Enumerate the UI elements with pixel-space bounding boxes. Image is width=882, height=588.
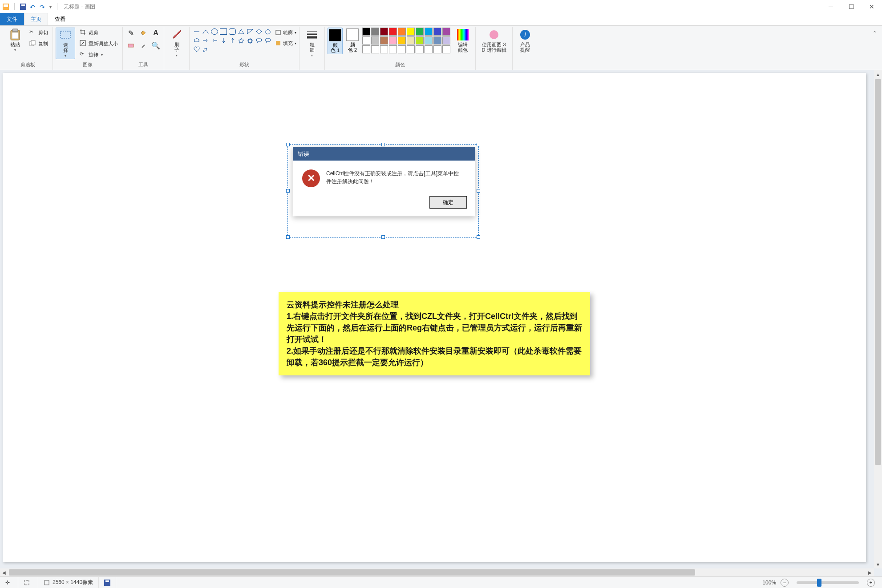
color-swatch[interactable] (407, 45, 415, 53)
color-swatch-row[interactable] (362, 45, 450, 53)
color-swatch[interactable] (442, 36, 450, 44)
color-swatch-row[interactable] (362, 28, 450, 36)
fill-tool[interactable] (138, 28, 149, 38)
color-swatch[interactable] (380, 45, 388, 53)
resize-button[interactable]: 重新调整大小 (78, 39, 120, 48)
group-stroke: 粗 细 ▾ (299, 27, 325, 70)
shapes-gallery[interactable] (192, 28, 272, 54)
brushes-button[interactable]: 刷 子 ▾ (167, 28, 186, 58)
cut-button[interactable]: ✂剪切 (28, 28, 50, 37)
color-swatch[interactable] (425, 45, 433, 53)
color-swatch[interactable] (416, 45, 424, 53)
tab-view[interactable]: 查看 (48, 13, 72, 25)
svg-marker-17 (239, 38, 244, 43)
color-swatch[interactable] (362, 36, 370, 44)
selection-handle[interactable] (286, 189, 290, 193)
scroll-thumb[interactable] (875, 79, 881, 465)
group-image: 选 择 ▾ 裁剪 重新调整大小 ⟳旋转▾ 图像 (53, 27, 123, 70)
pencil-tool[interactable]: ✎ (125, 28, 136, 38)
canvas[interactable]: 错误 ✕ CellCtrl控件没有正确安装或注册，请点击[工具]菜单中控件注册解… (3, 73, 866, 562)
minimize-button[interactable]: ─ (821, 0, 841, 13)
rotate-button[interactable]: ⟳旋转▾ (78, 50, 120, 60)
maximize-button[interactable]: ☐ (841, 0, 862, 13)
selection-handle[interactable] (381, 143, 385, 146)
zoom-out-button[interactable]: − (781, 579, 789, 587)
color1-button[interactable]: 颜 色 1 (328, 28, 343, 54)
shape-outline-button[interactable]: 轮廓▾ (275, 28, 296, 37)
ribbon: 粘贴 ▾ ✂剪切 复制 剪贴板 选 择 ▾ 裁剪 重新调整大小 ⟳旋转▾ 图像 (0, 26, 882, 70)
zoom-in-button[interactable]: + (867, 579, 875, 587)
color-swatch[interactable] (380, 28, 388, 36)
scroll-up-button[interactable]: ▲ (874, 70, 882, 78)
color-swatch[interactable] (362, 28, 370, 36)
canvas-viewport[interactable]: 错误 ✕ CellCtrl控件没有正确安装或注册，请点击[工具]菜单中控件注册解… (0, 70, 874, 568)
color-swatch[interactable] (433, 45, 441, 53)
shape-fill-button[interactable]: 填充▾ (275, 38, 296, 48)
undo-icon[interactable]: ↶ (30, 4, 36, 10)
color2-button[interactable]: 颜 色 2 (345, 28, 360, 53)
zoom-slider-knob[interactable] (817, 579, 821, 587)
color-swatch[interactable] (371, 28, 379, 36)
text-tool[interactable]: A (150, 28, 161, 38)
color-swatch[interactable] (433, 36, 441, 44)
select-button[interactable]: 选 择 ▾ (56, 28, 75, 59)
color-swatch[interactable] (398, 45, 406, 53)
color-swatch[interactable] (389, 28, 397, 36)
svg-marker-12 (239, 29, 244, 34)
tab-file[interactable]: 文件 (0, 13, 24, 25)
sticky-title: 云资料提示控件未注册怎么处理 (287, 299, 582, 310)
group-clipboard: 粘贴 ▾ ✂剪切 复制 剪贴板 (3, 27, 53, 70)
redo-icon[interactable]: ↷ (40, 4, 46, 10)
edit-colors-button[interactable]: 编辑 颜色 (453, 28, 473, 53)
magnifier-tool[interactable]: 🔍 (150, 40, 161, 51)
save-icon[interactable] (20, 4, 26, 10)
ribbon-collapse-button[interactable]: ⌃ (873, 27, 879, 70)
color-swatch[interactable] (442, 28, 450, 36)
dialog-ok-button: 确定 (429, 196, 467, 209)
qat-dropdown-icon[interactable]: ▾ (49, 4, 52, 9)
selection-handle[interactable] (286, 143, 290, 146)
horizontal-scrollbar[interactable]: ◀ ▶ (0, 568, 874, 576)
product-alert-button[interactable]: i 产品 提醒 (515, 28, 535, 53)
selection-handle[interactable] (286, 235, 290, 239)
selection-handle[interactable] (477, 143, 480, 146)
color-swatch[interactable] (407, 28, 415, 36)
eraser-tool[interactable] (125, 40, 136, 51)
color-swatch[interactable] (425, 28, 433, 36)
close-button[interactable]: ✕ (862, 0, 882, 13)
crop-button[interactable]: 裁剪 (78, 28, 120, 37)
scroll-down-button[interactable]: ▼ (874, 560, 882, 568)
vertical-scrollbar[interactable]: ▲ ▼ (874, 70, 882, 568)
picker-tool[interactable] (138, 40, 149, 51)
scroll-right-button[interactable]: ▶ (866, 568, 874, 576)
color-swatch[interactable] (362, 45, 370, 53)
color-swatch[interactable] (416, 28, 424, 36)
color-swatch[interactable] (380, 36, 388, 44)
selection-handle[interactable] (477, 189, 480, 193)
selection-handle[interactable] (381, 235, 385, 239)
color-swatch[interactable] (425, 36, 433, 44)
color-swatch[interactable] (389, 45, 397, 53)
paste-button[interactable]: 粘贴 ▾ (5, 28, 25, 53)
paint3d-button[interactable]: 使用画图 3 D 进行编辑 (478, 28, 510, 53)
color-swatch[interactable] (389, 36, 397, 44)
color-swatch[interactable] (416, 36, 424, 44)
svg-marker-18 (247, 38, 253, 44)
color-swatch[interactable] (398, 28, 406, 36)
color-swatch[interactable] (371, 36, 379, 44)
color-swatch-row[interactable] (362, 36, 450, 44)
scroll-left-button[interactable]: ◀ (0, 568, 8, 576)
copy-button[interactable]: 复制 (28, 39, 50, 48)
zoom-slider[interactable] (797, 581, 859, 584)
selection-handle[interactable] (477, 235, 480, 239)
stroke-width-button[interactable]: 粗 细 ▾ (302, 28, 322, 58)
color-swatch[interactable] (407, 36, 415, 44)
svg-rect-19 (256, 39, 262, 41)
color-swatch[interactable] (433, 28, 441, 36)
color-swatch[interactable] (398, 36, 406, 44)
quick-access-toolbar: ↶ ↷ ▾ (0, 3, 62, 10)
color-swatch[interactable] (371, 45, 379, 53)
tab-home[interactable]: 主页 (24, 13, 48, 25)
scroll-thumb[interactable] (9, 569, 695, 576)
color-swatch[interactable] (442, 45, 450, 53)
